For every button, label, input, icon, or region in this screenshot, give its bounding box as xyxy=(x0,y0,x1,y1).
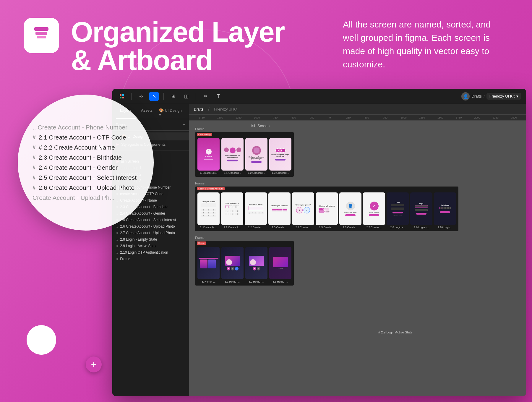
ruler-mark-1: -1750 xyxy=(192,116,210,119)
layer-item-otp[interactable]: # 2.1 Create Account - OTP Code xyxy=(33,132,126,142)
screen-thumb-label-login-otp: 2.10 Login... xyxy=(434,226,456,229)
layer-item-name[interactable]: # # 2.2 Create Account Name xyxy=(33,142,115,153)
move-tool-icon[interactable]: ⊹ xyxy=(136,92,146,101)
screen-thumb-wrapper-photo2[interactable]: ✓ You're Verified! 2.7 Create ... xyxy=(363,192,385,229)
name-key-r: R xyxy=(258,212,261,214)
text-tool-icon[interactable]: T xyxy=(214,92,223,101)
screen-thumb-wrapper-gender[interactable]: What is your gender? ♀ ♂ 2.4 Create ... xyxy=(292,192,314,229)
screen-thumb-login-empty[interactable]: Login Login with Google xyxy=(387,192,409,225)
canvas-content[interactable]: Ish Screen Frame Onboarding xyxy=(189,121,526,396)
hash-icon-layer-8: # xyxy=(116,231,118,235)
name-key-q: Q xyxy=(248,212,251,214)
layer-item-photo[interactable]: # 2.6 Create Account - Upload Photo xyxy=(33,183,134,193)
tab-assets[interactable]: Assets xyxy=(137,106,157,119)
screen-thumb-wrapper-phone[interactable]: Enter your number 1 2 3 4 5 xyxy=(197,192,220,229)
frame-section-login: Frame Login & Create Account Enter your … xyxy=(195,181,520,231)
screen-thumb-wrapper-interest[interactable]: Select up to 5 interests Travel Music Ga… xyxy=(316,192,338,229)
login-otp-boxes xyxy=(439,207,451,209)
screen-thumb-wrapper-home3[interactable]: ♥ ★ 3.2 Home -... xyxy=(245,247,267,283)
add-page-button[interactable]: + xyxy=(183,122,185,127)
figma-logo-icon[interactable] xyxy=(117,92,126,101)
screen-thumb-label-phone: 2. Create Ac... xyxy=(197,226,220,229)
screen-thumb-wrapper-home1[interactable]: 3. Home -... xyxy=(197,247,220,283)
screen-inner-name: What's your name? Q W E R T xyxy=(245,192,267,225)
otp-key-2: 2 xyxy=(230,210,234,212)
screen-thumb-wrapper-name[interactable]: What's your name? Q W E R T xyxy=(245,192,267,229)
select-tool-icon[interactable]: ↖ xyxy=(149,92,159,101)
screen-thumb-login-active[interactable]: Login xyxy=(410,192,432,225)
screen-thumb-onboard3[interactable]: Let's meeting new people around you xyxy=(269,138,291,171)
screen-thumb-wrapper-login-otp[interactable]: Verify Login xyxy=(434,192,456,229)
gender-male: ♂ xyxy=(304,207,310,213)
layer-row-login-active[interactable]: # 2.9 Login - Active State xyxy=(112,243,189,249)
screen-thumb-wrapper-home2[interactable]: ♥ ★ ✕ 3.1 Home -... xyxy=(221,247,244,283)
screen-thumb-label-home1: 3. Home -... xyxy=(197,280,220,283)
screen-thumb-gender[interactable]: What is your gender? ♀ ♂ xyxy=(292,192,314,225)
logo-icon xyxy=(32,24,51,47)
screen-thumb-wrapper-login-empty[interactable]: Login Login with Google 2.8 Login -... xyxy=(387,192,409,229)
screen-thumb-home4[interactable]: 3.3 Home xyxy=(269,247,291,279)
screen-thumb-photo1[interactable]: 👤 Upload your photo xyxy=(339,192,361,225)
layer-row-login-otp[interactable]: # 2.10 Login OTP Authentication xyxy=(112,249,189,256)
screen-thumb-name[interactable]: What's your name? Q W E R T xyxy=(245,192,267,225)
onboarding-tab-badge: Onboarding xyxy=(197,133,212,136)
canvas-inner: Ish Screen Frame Onboarding xyxy=(189,121,526,396)
onboard2-title: Find your preferences people like you xyxy=(246,156,266,160)
layer-row-frame[interactable]: # Frame xyxy=(112,256,189,262)
layer-row-login-empty[interactable]: # 2.8 Login - Empty State xyxy=(112,236,189,243)
screen-thumb-wrapper-login-active[interactable]: Login 2.9 Login -... xyxy=(410,192,432,229)
screen-thumb-wrapper-splash[interactable]: fi Friendzy 1. Splash Scr... xyxy=(197,138,220,174)
pen-tool-icon[interactable]: ✏ xyxy=(201,92,210,101)
screen-thumb-otp[interactable]: Enter 4 digits code xyxy=(221,192,243,225)
screen-thumb-onboard2[interactable]: Find your preferences people like you xyxy=(245,138,267,171)
screen-thumb-wrapper-home4[interactable]: 3.3 Home 3.3 Home -... xyxy=(269,247,291,283)
layer-row-photo1[interactable]: # 2.6 Create Account - Upload Photo xyxy=(112,223,189,230)
screen-thumb-home2[interactable]: ♥ ★ ✕ xyxy=(221,247,244,279)
frame-tool-icon[interactable]: ⊞ xyxy=(168,92,178,101)
screen-thumb-home3[interactable]: ♥ ★ xyxy=(245,247,267,279)
svg-point-7 xyxy=(122,97,124,98)
add-layer-button[interactable]: + xyxy=(86,356,102,372)
screen-thumb-wrapper-otp[interactable]: Enter 4 digits code xyxy=(221,192,243,229)
screen-inner-photo2: ✓ You're Verified! xyxy=(363,192,385,225)
layer-item-gender[interactable]: # 2.4 Create Account - Gender xyxy=(33,163,118,173)
screen-thumb-phone[interactable]: Enter your number 1 2 3 4 5 xyxy=(197,192,220,225)
figma-project-name[interactable]: Friendzy UI Kit ▾ xyxy=(486,93,521,100)
screen-thumb-wrapper-birthdate[interactable]: When is your birthdate? xyxy=(268,192,291,229)
home1-card2 xyxy=(208,260,216,268)
layers-zoom-panel: .. Create Account - Phone Number # 2.1 C… xyxy=(18,95,154,231)
home-screens-row: 3. Home -... xyxy=(197,247,291,283)
slice-tool-icon[interactable]: ◫ xyxy=(181,92,191,101)
screen-thumb-wrapper-photo1[interactable]: 👤 Upload your photo 2.6 Create ... xyxy=(339,192,361,229)
home3-icons: ♥ ★ xyxy=(253,267,260,270)
name-key-e: E xyxy=(254,212,257,214)
layer-row-photo2[interactable]: # 2.7 Create Account - Upload Photo xyxy=(112,230,189,236)
screen-thumb-photo2[interactable]: ✓ You're Verified! xyxy=(363,192,385,225)
screen-thumb-wrapper-onboard2[interactable]: Find your preferences people like you 1.… xyxy=(245,138,267,174)
layer-label-login-otp: 2.10 Login OTP Authentication xyxy=(120,250,168,255)
avatar-2 xyxy=(230,147,236,153)
photo1-avatar: 👤 xyxy=(346,202,355,210)
layer-item-interest[interactable]: # 2.5 Create Account - Select Interest xyxy=(33,173,137,183)
screen-thumb-onboard1[interactable]: Make friends with the people like you xyxy=(221,138,244,171)
layer-label-birthdate: 2.3 Create Account - Birthdate xyxy=(39,154,122,161)
avatar-3 xyxy=(236,147,241,152)
onboard3-circles xyxy=(275,148,286,153)
layer-item-birthdate[interactable]: # 2.3 Create Account - Birthdate xyxy=(33,153,122,163)
screen-thumb-wrapper-onboard3[interactable]: Let's meeting new people around you 1.3 … xyxy=(269,138,291,174)
screen-thumb-wrapper-onboard1[interactable]: Make friends with the people like you 1.… xyxy=(221,138,244,174)
toolbar-separator-2 xyxy=(163,93,164,100)
figma-body: Layers Assets 🎨 UI Design ▾ Pages + ✓ 🎨 … xyxy=(112,104,526,396)
avatar-1 xyxy=(224,147,229,152)
screen-inner-login-otp: Verify Login xyxy=(434,192,456,225)
layer-label-fade-bottom: Create Account - Upload Ph... xyxy=(33,194,115,201)
dropdown-chevron-icon: ▾ xyxy=(516,94,518,98)
screen-thumb-splash[interactable]: fi Friendzy xyxy=(197,138,220,171)
screen-thumb-interest[interactable]: Select up to 5 interests Travel Music Ga… xyxy=(316,192,338,225)
screen-thumb-home1[interactable] xyxy=(197,247,220,279)
birthdate-selectors xyxy=(272,208,287,212)
layer-label-login-active: 2.9 Login - Active State xyxy=(120,244,156,248)
screen-thumb-label-login-empty: 2.8 Login -... xyxy=(387,226,409,229)
screen-thumb-login-otp[interactable]: Verify Login xyxy=(434,192,456,225)
screen-thumb-birthdate[interactable]: When is your birthdate? xyxy=(268,192,291,225)
